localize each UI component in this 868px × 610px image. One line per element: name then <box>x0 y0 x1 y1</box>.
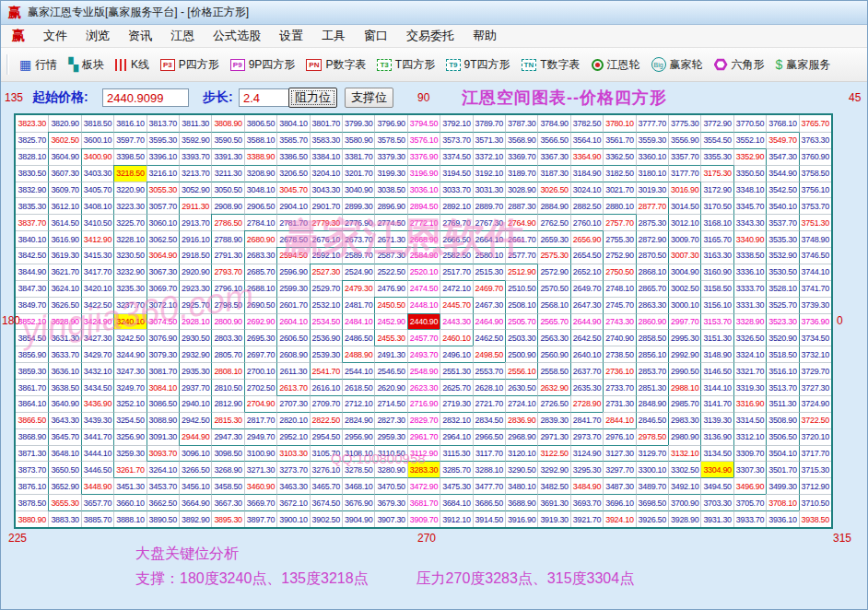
grid-cell[interactable]: 3561.70 <box>603 132 635 148</box>
grid-cell-key-level[interactable]: 3218.50 <box>113 165 146 182</box>
support-button[interactable]: 支撑位 <box>345 88 393 108</box>
toolbar-item-12[interactable]: $赢家服务 <box>770 52 837 77</box>
grid-cell[interactable]: 3609.70 <box>48 182 80 198</box>
grid-cell[interactable]: 2522.50 <box>374 264 406 280</box>
grid-cell[interactable]: 2575.30 <box>537 247 569 264</box>
grid-cell[interactable]: 3108.10 <box>342 445 374 462</box>
grid-cell[interactable]: 3914.50 <box>473 510 505 527</box>
grid-cell[interactable]: 2640.10 <box>570 346 603 362</box>
grid-cell-key-level[interactable]: 3283.30 <box>407 461 440 477</box>
grid-cell[interactable]: 2630.50 <box>505 379 537 395</box>
grid-cell[interactable]: 3328.90 <box>733 313 766 330</box>
grid-cell[interactable]: 3508.90 <box>766 412 798 428</box>
grid-cell[interactable]: 3703.30 <box>700 494 733 510</box>
grid-cell[interactable]: 3348.10 <box>733 182 766 198</box>
grid-cell[interactable]: 2534.50 <box>310 313 342 330</box>
grid-cell[interactable]: 2870.50 <box>636 247 668 264</box>
grid-cell[interactable]: 2844.10 <box>603 412 635 428</box>
grid-cell[interactable]: 3525.70 <box>766 297 798 313</box>
grid-cell[interactable]: 2760.10 <box>570 214 603 230</box>
grid-cell[interactable]: 3067.30 <box>147 264 179 280</box>
grid-cell[interactable]: 2904.10 <box>276 197 309 214</box>
grid-cell[interactable]: 2745.70 <box>603 297 635 313</box>
grid-cell[interactable]: 2908.90 <box>211 197 243 214</box>
menu-item-6[interactable]: 工具 <box>312 28 355 44</box>
grid-cell[interactable]: 2930.50 <box>179 329 211 346</box>
grid-cell[interactable]: 3753.70 <box>799 197 831 214</box>
grid-cell[interactable]: 2700.10 <box>244 362 276 379</box>
grid-cell[interactable]: 2940.10 <box>179 395 211 412</box>
grid-cell[interactable]: 2721.70 <box>473 395 505 412</box>
grid-cell[interactable]: 3580.90 <box>342 132 374 148</box>
grid-cell[interactable]: 2510.50 <box>505 280 537 297</box>
grid-cell[interactable]: 3612.10 <box>48 197 80 214</box>
grid-cell[interactable]: 2457.70 <box>407 329 440 346</box>
grid-cell[interactable]: 2498.50 <box>473 346 505 362</box>
grid-cell[interactable]: 2769.70 <box>440 214 472 230</box>
grid-cell[interactable]: 2620.90 <box>374 379 406 395</box>
grid-cell[interactable]: 2695.30 <box>244 329 276 346</box>
grid-cell[interactable]: 3156.10 <box>700 297 733 313</box>
grid-cell[interactable]: 2781.70 <box>276 214 309 230</box>
grid-cell[interactable]: 3744.10 <box>799 264 831 280</box>
grid-cell[interactable]: 3187.30 <box>537 165 569 182</box>
grid-cell[interactable]: 3014.50 <box>668 197 700 214</box>
grid-cell[interactable]: 3208.90 <box>244 165 276 182</box>
grid-cell[interactable]: 3045.70 <box>276 182 309 198</box>
grid-cell[interactable]: 3367.30 <box>537 148 569 165</box>
menu-item-7[interactable]: 窗口 <box>355 28 397 44</box>
grid-cell[interactable]: 3124.90 <box>570 445 603 462</box>
grid-cell[interactable]: 2997.70 <box>668 313 700 330</box>
grid-cell[interactable]: 2551.30 <box>440 362 472 379</box>
grid-cell[interactable]: 3163.30 <box>700 247 733 264</box>
grid-cell[interactable]: 2548.90 <box>407 362 440 379</box>
grid-cell[interactable]: 3523.30 <box>766 313 798 330</box>
grid-cell[interactable]: 3204.10 <box>310 165 342 182</box>
grid-cell[interactable]: 2455.30 <box>374 329 406 346</box>
grid-cell[interactable]: 3662.50 <box>147 494 179 510</box>
grid-cell[interactable]: 3566.50 <box>537 132 569 148</box>
grid-cell[interactable]: 3007.30 <box>668 247 700 264</box>
grid-cell[interactable]: 3264.10 <box>147 461 179 477</box>
grid-cell[interactable]: 2680.90 <box>244 230 276 247</box>
grid-cell[interactable]: 3516.10 <box>766 362 798 379</box>
grid-cell[interactable]: 3801.70 <box>310 115 342 132</box>
grid-cell[interactable]: 3768.10 <box>766 115 798 132</box>
grid-cell-center[interactable]: 2440.90 <box>407 313 440 330</box>
grid-cell[interactable]: 3712.90 <box>799 477 831 494</box>
grid-cell[interactable]: 3573.70 <box>440 132 472 148</box>
grid-cell[interactable]: 3883.30 <box>48 510 80 527</box>
grid-cell[interactable]: 3031.30 <box>473 182 505 198</box>
grid-cell[interactable]: 2875.30 <box>636 214 668 230</box>
grid-cell[interactable]: 2546.50 <box>374 362 406 379</box>
grid-cell[interactable]: 2865.70 <box>636 280 668 297</box>
grid-cell[interactable]: 3722.50 <box>799 412 831 428</box>
grid-cell[interactable]: 2560.90 <box>537 346 569 362</box>
grid-cell[interactable]: 2851.30 <box>636 379 668 395</box>
grid-cell[interactable]: 3921.70 <box>570 510 603 527</box>
grid-cell[interactable]: 3760.90 <box>799 148 831 165</box>
grid-cell[interactable]: 2659.30 <box>537 230 569 247</box>
grid-cell[interactable]: 3763.30 <box>799 132 831 148</box>
grid-cell[interactable]: 3861.70 <box>16 379 48 395</box>
start-price-input[interactable] <box>102 88 189 107</box>
grid-cell[interactable]: 3062.50 <box>147 230 179 247</box>
grid-cell[interactable]: 3633.70 <box>48 346 80 362</box>
grid-cell[interactable]: 2671.30 <box>374 230 406 247</box>
grid-cell[interactable]: 3688.90 <box>505 494 537 510</box>
grid-cell[interactable]: 3693.70 <box>570 494 603 510</box>
grid-cell[interactable]: 2762.50 <box>537 214 569 230</box>
grid-cell[interactable]: 3667.30 <box>211 494 243 510</box>
grid-cell[interactable]: 3835.30 <box>16 197 48 214</box>
grid-cell[interactable]: 2673.70 <box>342 230 374 247</box>
grid-cell[interactable]: 2642.50 <box>570 329 603 346</box>
grid-cell[interactable]: 3504.10 <box>766 445 798 462</box>
grid-cell[interactable]: 3422.50 <box>81 297 113 313</box>
grid-cell[interactable]: 2568.10 <box>537 297 569 313</box>
grid-cell[interactable]: 3247.30 <box>113 362 146 379</box>
grid-cell[interactable]: 3254.50 <box>113 412 146 428</box>
grid-cell[interactable]: 3324.10 <box>733 346 766 362</box>
grid-cell[interactable]: 2752.90 <box>603 247 635 264</box>
grid-cell[interactable]: 3811.30 <box>179 115 211 132</box>
grid-cell[interactable]: 3160.90 <box>700 264 733 280</box>
